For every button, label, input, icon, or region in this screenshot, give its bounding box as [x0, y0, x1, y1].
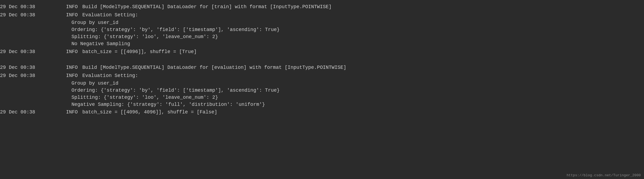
log-line: 29 Dec 00:38 INFO Build [ModelType.SEQUE… — [0, 63, 644, 72]
log-line: 29 Dec 00:38 INFO Build [ModelType.SEQUE… — [0, 3, 644, 11]
log-level: INFO — [54, 3, 81, 10]
log-line: 29 Dec 00:38 INFO Evaluation Setting: — [0, 11, 644, 19]
log-line: 29 Dec 00:38 INFO batch_size = [[4096]],… — [0, 48, 644, 56]
log-message: batch_size = [[4096]], shuffle = [True] — [82, 48, 197, 55]
timestamp: 29 Dec 00:38 — [0, 11, 54, 18]
log-message: Evaluation Setting: — [82, 11, 138, 18]
indent-line: No Negative Sampling — [0, 40, 644, 47]
timestamp: 29 Dec 00:38 — [0, 72, 54, 79]
indent-line: Ordering: {'strategy': 'by', 'field': ['… — [0, 87, 644, 94]
log-container: 29 Dec 00:38 INFO Build [ModelType.SEQUE… — [0, 3, 644, 116]
log-level: INFO — [54, 11, 81, 18]
log-level: INFO — [54, 72, 81, 79]
timestamp: 29 Dec 00:38 — [0, 109, 54, 116]
log-line: 29 Dec 00:38 INFO Evaluation Setting: — [0, 72, 644, 80]
terminal-window: 29 Dec 00:38 INFO Build [ModelType.SEQUE… — [0, 0, 644, 179]
log-message: Evaluation Setting: — [82, 72, 138, 79]
watermark: https://blog.csdn.net/Turinger_2000 — [567, 173, 641, 177]
timestamp: 29 Dec 00:38 — [0, 64, 54, 71]
indent-line: Group by user_id — [0, 19, 644, 26]
blank-line — [0, 56, 644, 63]
timestamp: 29 Dec 00:38 — [0, 48, 54, 55]
log-level: INFO — [54, 64, 81, 71]
log-level: INFO — [54, 109, 81, 116]
indent-line: Group by user_id — [0, 80, 644, 87]
indent-line: Splitting: {'strategy': 'loo', 'leave_on… — [0, 33, 644, 40]
timestamp: 29 Dec 00:38 — [0, 3, 54, 10]
log-message: Build [ModelType.SEQUENTIAL] DataLoader … — [82, 3, 332, 10]
log-level: INFO — [54, 48, 81, 55]
indent-line: Splitting: {'strategy': 'loo', 'leave_on… — [0, 94, 644, 101]
indent-line: Ordering: {'strategy': 'by', 'field': ['… — [0, 26, 644, 33]
log-line: 29 Dec 00:38 INFO batch_size = [[4096, 4… — [0, 108, 644, 116]
log-message: Build [ModelType.SEQUENTIAL] DataLoader … — [82, 64, 346, 71]
log-message: batch_size = [[4096, 4096]], shuffle = [… — [82, 109, 217, 116]
indent-line: Negative Sampling: {'strategy': 'full', … — [0, 101, 644, 108]
